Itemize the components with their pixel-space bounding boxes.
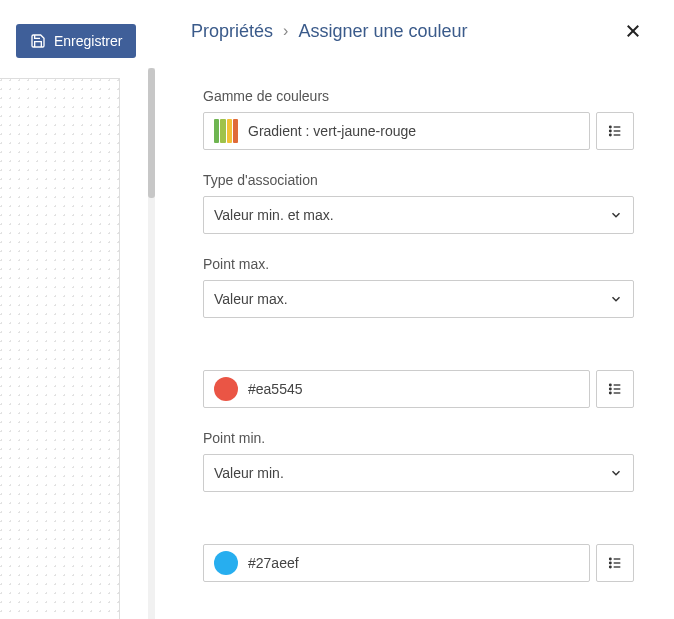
chevron-down-icon (609, 466, 623, 480)
point-max-value: Valeur max. (214, 291, 288, 307)
breadcrumb-current: Assigner une couleur (298, 21, 467, 42)
breadcrumb: Propriétés › Assigner une couleur (191, 21, 467, 42)
color-dot-min (214, 551, 238, 575)
svg-point-8 (610, 384, 612, 386)
svg-point-4 (610, 130, 612, 132)
scrollbar-thumb[interactable] (148, 68, 155, 198)
svg-point-6 (610, 134, 612, 136)
color-dot-max (214, 377, 238, 401)
color-range-list-button[interactable] (596, 112, 634, 150)
save-button[interactable]: Enregistrer (16, 24, 136, 58)
gradient-swatch-icon (214, 119, 238, 143)
assoc-type-value: Valeur min. et max. (214, 207, 334, 223)
point-max-select[interactable]: Valeur max. (203, 280, 634, 318)
color-min-list-button[interactable] (596, 544, 634, 582)
point-min-value: Valeur min. (214, 465, 284, 481)
point-max-label: Point max. (203, 256, 634, 272)
properties-panel: Propriétés › Assigner une couleur Gamme … (163, 0, 674, 619)
svg-point-18 (610, 566, 612, 568)
canvas-area[interactable] (0, 78, 120, 619)
save-button-label: Enregistrer (54, 33, 122, 49)
svg-point-12 (610, 392, 612, 394)
close-icon (624, 22, 642, 40)
breadcrumb-separator: › (283, 22, 288, 40)
color-max-value: #ea5545 (248, 381, 303, 397)
svg-point-2 (610, 126, 612, 128)
assoc-type-select[interactable]: Valeur min. et max. (203, 196, 634, 234)
close-button[interactable] (620, 18, 646, 44)
color-max-list-button[interactable] (596, 370, 634, 408)
color-min-value: #27aeef (248, 555, 299, 571)
list-icon (607, 555, 623, 571)
color-range-value: Gradient : vert-jaune-rouge (248, 123, 416, 139)
point-min-label: Point min. (203, 430, 634, 446)
color-range-select[interactable]: Gradient : vert-jaune-rouge (203, 112, 590, 150)
color-max-select[interactable]: #ea5545 (203, 370, 590, 408)
color-range-label: Gamme de couleurs (203, 88, 634, 104)
svg-point-10 (610, 388, 612, 390)
save-icon (30, 33, 46, 49)
svg-point-14 (610, 558, 612, 560)
chevron-down-icon (609, 208, 623, 222)
point-min-select[interactable]: Valeur min. (203, 454, 634, 492)
assoc-type-label: Type d'association (203, 172, 634, 188)
scrollbar[interactable] (148, 68, 155, 619)
svg-point-16 (610, 562, 612, 564)
breadcrumb-root[interactable]: Propriétés (191, 21, 273, 42)
color-min-select[interactable]: #27aeef (203, 544, 590, 582)
list-icon (607, 123, 623, 139)
chevron-down-icon (609, 292, 623, 306)
list-icon (607, 381, 623, 397)
